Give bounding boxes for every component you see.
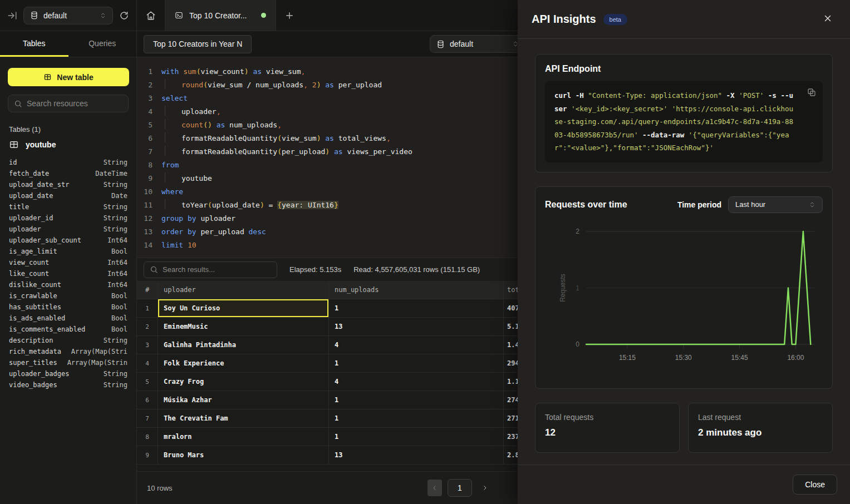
editor-database-select[interactable]: default bbox=[430, 35, 518, 53]
table-cell[interactable]: 4 bbox=[329, 373, 504, 391]
column-type: String bbox=[104, 201, 127, 213]
tab-tables[interactable]: Tables bbox=[0, 31, 68, 57]
table-cell[interactable]: 407 bbox=[504, 299, 518, 317]
results-search[interactable] bbox=[144, 261, 277, 278]
query-tab-label: Top 10 Creator... bbox=[189, 11, 247, 20]
sidebar-tabs: Tables Queries bbox=[0, 31, 137, 57]
table-cell[interactable]: 1 bbox=[329, 299, 504, 317]
table-cell[interactable]: 4 bbox=[329, 336, 504, 354]
page-number-button[interactable]: 1 bbox=[448, 479, 472, 497]
curl-segment bbox=[667, 105, 672, 113]
next-page-button[interactable] bbox=[478, 480, 492, 496]
column-name: upload_date bbox=[9, 190, 53, 201]
table-cell[interactable]: 1 bbox=[329, 354, 504, 372]
sql-token bbox=[308, 81, 312, 89]
x-tick-label: 16:00 bbox=[787, 354, 804, 362]
curl-segment: '<key_id>:<key_secret>' bbox=[571, 105, 667, 113]
table-cell[interactable]: Crazy Frog bbox=[158, 373, 329, 391]
column-row: upload_date_strString bbox=[9, 179, 127, 190]
sql-line: 8from bbox=[137, 159, 518, 172]
sql-line: 5count() as num_uploads, bbox=[137, 118, 518, 132]
refresh-button[interactable] bbox=[119, 11, 129, 21]
column-name: uploader_badges bbox=[9, 368, 69, 379]
results-table-header: #uploadernum_uploadstot bbox=[137, 281, 518, 299]
line-number: 10 bbox=[137, 185, 153, 199]
table-cell[interactable]: 13 bbox=[329, 446, 504, 464]
topbar-left: default bbox=[0, 0, 137, 31]
line-code: group by uploader bbox=[161, 212, 235, 225]
sql-editor[interactable]: 1with sum(view_count) as view_sum,2round… bbox=[137, 57, 518, 258]
table-cell[interactable]: The Crevatin Fam bbox=[158, 409, 329, 427]
sql-line: 6formatReadableQuantity(view_sum) as tot… bbox=[137, 132, 518, 145]
column-name: uploader bbox=[9, 224, 41, 235]
chevron-updown-icon bbox=[512, 41, 518, 47]
line-code: uploader, bbox=[161, 105, 220, 118]
column-row: is_crawlableBool bbox=[9, 290, 127, 302]
line-code: with sum(view_count) as view_sum, bbox=[161, 65, 305, 78]
query-tab[interactable]: Top 10 Creator... bbox=[165, 0, 276, 31]
sql-token: () bbox=[203, 121, 212, 129]
table-cell[interactable]: 13 bbox=[329, 318, 504, 335]
tables-count-label: Tables (1) bbox=[9, 125, 127, 134]
chevron-left-icon bbox=[431, 485, 438, 491]
collapse-sidebar-button[interactable] bbox=[7, 11, 17, 21]
table-cell[interactable]: Soy Un Curioso bbox=[158, 299, 329, 317]
previous-page-button[interactable] bbox=[428, 480, 442, 496]
line-code: formatReadableQuantity(view_sum) as tota… bbox=[161, 132, 391, 145]
table-cell[interactable]: 237 bbox=[504, 428, 518, 446]
line-code: youtube bbox=[161, 172, 212, 185]
table-cell[interactable]: 1 bbox=[329, 409, 504, 427]
sql-token: with bbox=[161, 67, 183, 76]
table-name-label: youtube bbox=[26, 140, 56, 149]
results-footer: 10 rows 1 bbox=[137, 471, 518, 504]
curl-segment: -X bbox=[722, 91, 739, 100]
panel-header: API Insights beta bbox=[518, 0, 850, 39]
table-row: 4Folk Experience1294 bbox=[137, 354, 518, 373]
panel-close-button[interactable] bbox=[823, 13, 833, 25]
table-cell[interactable]: 1.1 bbox=[504, 373, 518, 391]
table-cell[interactable]: Músika Azhar bbox=[158, 391, 329, 409]
time-period-select[interactable]: Last hour bbox=[728, 196, 823, 213]
sql-token: num_uploads bbox=[225, 121, 277, 129]
close-button[interactable]: Close bbox=[793, 475, 837, 495]
sql-line: 14limit 10 bbox=[137, 239, 518, 252]
home-button[interactable] bbox=[137, 0, 165, 31]
copy-button[interactable] bbox=[807, 87, 817, 99]
pagination: 1 bbox=[428, 479, 492, 497]
column-row: fetch_dateDateTime bbox=[9, 168, 127, 179]
table-cell[interactable]: mralorn bbox=[158, 428, 329, 446]
results-table-body: 1Soy Un Curioso14072EminemMusic135.13Gal… bbox=[137, 299, 518, 465]
table-cell[interactable]: Folk Experience bbox=[158, 354, 329, 372]
table-cell[interactable]: 5.1 bbox=[504, 318, 518, 335]
column-name: uploader_sub_count bbox=[9, 235, 81, 246]
resource-search[interactable] bbox=[8, 95, 129, 112]
table-cell[interactable]: 271 bbox=[504, 409, 518, 427]
database-select[interactable]: default bbox=[23, 7, 113, 24]
read-stat: Read: 4,557,605,031 rows (151.15 GB) bbox=[353, 265, 480, 274]
column-type: Array(Map(Stri bbox=[71, 346, 127, 357]
tab-queries[interactable]: Queries bbox=[68, 31, 137, 57]
sql-line: 2round(view_sum / num_uploads, 2) as per… bbox=[137, 78, 518, 92]
table-cell[interactable]: 1 bbox=[329, 391, 504, 409]
results-search-input[interactable] bbox=[163, 265, 271, 274]
table-cell[interactable]: 294 bbox=[504, 354, 518, 372]
table-cell[interactable]: 274 bbox=[504, 391, 518, 409]
table-cell[interactable]: Bruno Mars bbox=[158, 446, 329, 464]
resource-search-input[interactable] bbox=[27, 99, 122, 108]
table-cell[interactable]: 1 bbox=[329, 428, 504, 446]
column-type: Bool bbox=[111, 324, 127, 335]
column-header: # bbox=[137, 281, 158, 299]
sidebar-item-youtube[interactable]: youtube bbox=[9, 140, 127, 150]
new-tab-button[interactable] bbox=[276, 0, 303, 31]
table-cell[interactable]: Galinha Pintadinha bbox=[158, 336, 329, 354]
requests-chart: 01215:1515:3015:4516:00Requests bbox=[545, 218, 824, 379]
new-table-button[interactable]: New table bbox=[8, 68, 129, 86]
column-name: id bbox=[9, 157, 17, 168]
line-code: order by per_upload desc bbox=[161, 225, 266, 239]
table-cell[interactable]: 2.8 bbox=[504, 446, 518, 464]
column-name: is_comments_enabled bbox=[9, 324, 85, 335]
table-cell[interactable]: 1.4 bbox=[504, 336, 518, 354]
table-cell[interactable]: EminemMusic bbox=[158, 318, 329, 335]
column-name: super_titles bbox=[9, 357, 57, 368]
sql-token: } bbox=[334, 201, 338, 209]
